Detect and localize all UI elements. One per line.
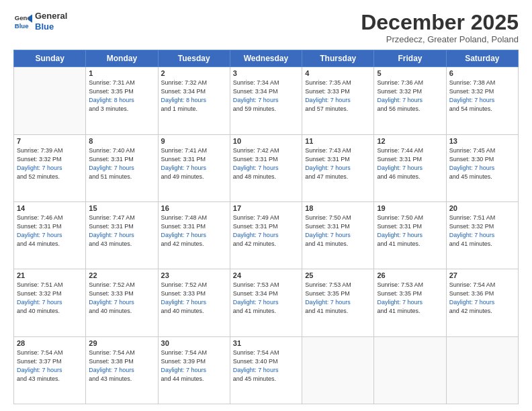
- daylight-info: and 44 minutes.: [17, 240, 60, 247]
- daylight-info: Daylight: 7 hours: [17, 299, 62, 306]
- calendar-cell: 6Sunrise: 7:38 AMSunset: 3:32 PMDaylight…: [446, 67, 518, 134]
- calendar-cell: 25Sunrise: 7:53 AMSunset: 3:35 PMDayligh…: [302, 269, 374, 336]
- calendar-cell: 2Sunrise: 7:32 AMSunset: 3:34 PMDaylight…: [158, 67, 230, 134]
- cell-info: Sunrise: 7:52 AMSunset: 3:33 PMDaylight:…: [161, 281, 227, 316]
- daylight-info: Daylight: 7 hours: [17, 165, 62, 171]
- sunset-info: Sunset: 3:31 PM: [233, 223, 278, 230]
- sunrise-info: Sunrise: 7:47 AM: [89, 214, 135, 221]
- day-number: 25: [305, 271, 371, 279]
- sunset-info: Sunset: 3:35 PM: [305, 290, 350, 297]
- calendar-cell: 29Sunrise: 7:54 AMSunset: 3:38 PMDayligh…: [86, 336, 158, 404]
- sunset-info: Sunset: 3:38 PM: [89, 358, 134, 365]
- calendar-cell: 8Sunrise: 7:40 AMSunset: 3:31 PMDaylight…: [86, 134, 158, 201]
- sunset-info: Sunset: 3:35 PM: [377, 290, 422, 297]
- daylight-info: and 41 minutes.: [449, 240, 492, 247]
- daylight-info: Daylight: 7 hours: [161, 299, 207, 306]
- calendar-cell: 14Sunrise: 7:46 AMSunset: 3:31 PMDayligh…: [14, 201, 86, 269]
- sunset-info: Sunset: 3:31 PM: [89, 223, 134, 230]
- sunrise-info: Sunrise: 7:34 AM: [233, 79, 279, 86]
- cell-info: Sunrise: 7:48 AMSunset: 3:31 PMDaylight:…: [161, 214, 227, 248]
- daylight-info: Daylight: 7 hours: [449, 165, 495, 171]
- day-number: 5: [377, 69, 443, 77]
- cell-info: Sunrise: 7:46 AMSunset: 3:31 PMDaylight:…: [17, 214, 83, 248]
- daylight-info: Daylight: 7 hours: [89, 165, 134, 171]
- daylight-info: Daylight: 7 hours: [161, 367, 207, 373]
- calendar-cell: 7Sunrise: 7:39 AMSunset: 3:32 PMDaylight…: [14, 134, 86, 201]
- daylight-info: and 47 minutes.: [305, 173, 348, 180]
- weekday-header-saturday: Saturday: [446, 50, 518, 67]
- daylight-info: and 43 minutes.: [89, 375, 132, 382]
- daylight-info: Daylight: 7 hours: [233, 232, 279, 238]
- sunset-info: Sunset: 3:32 PM: [17, 156, 62, 163]
- cell-info: Sunrise: 7:51 AMSunset: 3:32 PMDaylight:…: [449, 214, 515, 248]
- calendar-cell: 11Sunrise: 7:43 AMSunset: 3:31 PMDayligh…: [302, 134, 374, 201]
- day-number: 6: [449, 69, 515, 77]
- cell-info: Sunrise: 7:52 AMSunset: 3:33 PMDaylight:…: [89, 281, 154, 316]
- daylight-info: and 41 minutes.: [305, 240, 348, 247]
- daylight-info: Daylight: 7 hours: [233, 165, 279, 171]
- daylight-info: and 42 minutes.: [449, 308, 492, 314]
- sunrise-info: Sunrise: 7:54 AM: [17, 349, 63, 356]
- daylight-info: and 51 minutes.: [89, 173, 132, 180]
- daylight-info: and 42 minutes.: [161, 240, 204, 247]
- calendar-cell: 3Sunrise: 7:34 AMSunset: 3:34 PMDaylight…: [230, 67, 302, 134]
- cell-info: Sunrise: 7:53 AMSunset: 3:35 PMDaylight:…: [305, 281, 371, 316]
- sunset-info: Sunset: 3:31 PM: [89, 156, 134, 163]
- sunset-info: Sunset: 3:34 PM: [233, 88, 278, 95]
- calendar-table: SundayMondayTuesdayWednesdayThursdayFrid…: [13, 50, 519, 404]
- daylight-info: and 48 minutes.: [233, 173, 276, 180]
- daylight-info: Daylight: 7 hours: [161, 165, 207, 171]
- daylight-info: Daylight: 8 hours: [89, 97, 134, 103]
- sunrise-info: Sunrise: 7:54 AM: [449, 281, 496, 288]
- cell-info: Sunrise: 7:44 AMSunset: 3:31 PMDaylight:…: [377, 146, 443, 181]
- daylight-info: Daylight: 7 hours: [233, 97, 279, 103]
- sunset-info: Sunset: 3:31 PM: [305, 156, 350, 163]
- cell-info: Sunrise: 7:54 AMSunset: 3:38 PMDaylight:…: [89, 349, 154, 383]
- cell-info: Sunrise: 7:50 AMSunset: 3:31 PMDaylight:…: [377, 214, 443, 248]
- weekday-header-thursday: Thursday: [302, 50, 374, 67]
- daylight-info: and 45 minutes.: [449, 173, 492, 180]
- weekday-header-friday: Friday: [374, 50, 446, 67]
- sunrise-info: Sunrise: 7:35 AM: [305, 79, 351, 86]
- sunset-info: Sunset: 3:40 PM: [233, 358, 278, 365]
- sunrise-info: Sunrise: 7:53 AM: [377, 281, 423, 288]
- daylight-info: and 1 minute.: [161, 105, 198, 112]
- sunrise-info: Sunrise: 7:41 AM: [161, 147, 208, 154]
- calendar-cell: 16Sunrise: 7:48 AMSunset: 3:31 PMDayligh…: [158, 201, 230, 269]
- cell-info: Sunrise: 7:54 AMSunset: 3:40 PMDaylight:…: [233, 349, 299, 383]
- daylight-info: Daylight: 7 hours: [233, 367, 279, 373]
- sunset-info: Sunset: 3:37 PM: [17, 358, 62, 365]
- sunrise-info: Sunrise: 7:40 AM: [89, 147, 135, 154]
- location: Przedecz, Greater Poland, Poland: [361, 34, 519, 44]
- day-number: 18: [305, 204, 371, 212]
- calendar-cell: 19Sunrise: 7:50 AMSunset: 3:31 PMDayligh…: [374, 201, 446, 269]
- sunrise-info: Sunrise: 7:44 AM: [377, 147, 423, 154]
- day-number: 2: [161, 69, 227, 77]
- day-number: 10: [233, 137, 299, 145]
- daylight-info: and 54 minutes.: [449, 105, 492, 112]
- weekday-header-tuesday: Tuesday: [158, 50, 230, 67]
- daylight-info: Daylight: 7 hours: [377, 97, 423, 103]
- sunrise-info: Sunrise: 7:45 AM: [449, 147, 496, 154]
- day-number: 31: [233, 339, 299, 347]
- calendar-cell: 28Sunrise: 7:54 AMSunset: 3:37 PMDayligh…: [14, 336, 86, 404]
- day-number: 22: [89, 271, 154, 279]
- calendar-cell: 12Sunrise: 7:44 AMSunset: 3:31 PMDayligh…: [374, 134, 446, 201]
- cell-info: Sunrise: 7:40 AMSunset: 3:31 PMDaylight:…: [89, 146, 154, 181]
- daylight-info: Daylight: 7 hours: [305, 299, 351, 306]
- cell-info: Sunrise: 7:39 AMSunset: 3:32 PMDaylight:…: [17, 146, 83, 181]
- daylight-info: and 59 minutes.: [233, 105, 276, 112]
- sunset-info: Sunset: 3:30 PM: [449, 156, 494, 163]
- daylight-info: and 57 minutes.: [305, 105, 348, 112]
- sunrise-info: Sunrise: 7:50 AM: [377, 214, 423, 221]
- sunrise-info: Sunrise: 7:53 AM: [233, 281, 279, 288]
- calendar-week-3: 14Sunrise: 7:46 AMSunset: 3:31 PMDayligh…: [14, 201, 519, 269]
- sunset-info: Sunset: 3:31 PM: [305, 223, 350, 230]
- daylight-info: Daylight: 7 hours: [377, 299, 423, 306]
- daylight-info: Daylight: 7 hours: [449, 299, 495, 306]
- sunset-info: Sunset: 3:34 PM: [161, 88, 206, 95]
- daylight-info: Daylight: 7 hours: [17, 232, 62, 238]
- cell-info: Sunrise: 7:32 AMSunset: 3:34 PMDaylight:…: [161, 79, 227, 113]
- sunset-info: Sunset: 3:31 PM: [233, 156, 278, 163]
- calendar-cell: 1Sunrise: 7:31 AMSunset: 3:35 PMDaylight…: [86, 67, 158, 134]
